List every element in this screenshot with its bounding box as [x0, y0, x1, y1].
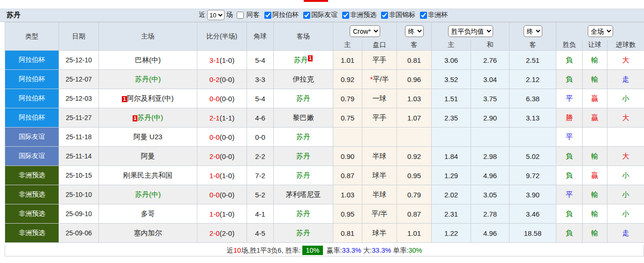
score-cell: 0-0(0-0) — [197, 185, 247, 204]
mean-time-cell: 终 — [509, 23, 556, 40]
home-team-name: 塞内加尔 — [134, 229, 162, 237]
wdl-result-cell: 負 — [556, 166, 583, 185]
home-team-cell: 刚果民主共和国 — [99, 166, 197, 185]
league-filter-checkbox[interactable] — [420, 12, 427, 19]
match-type-cell: 国际友谊 — [5, 128, 59, 147]
home-team-name: 巴林(中) — [135, 56, 161, 64]
away-team-name: 茅利塔尼亚 — [286, 190, 321, 198]
match-date-cell: 25-12-07 — [59, 70, 99, 89]
away-team-name: 伊拉克 — [293, 75, 314, 83]
mean-away-odds-cell: 3.46 — [509, 204, 556, 224]
match-type-cell: 阿拉伯杯 — [5, 70, 59, 89]
handicap-away-odds-cell: 1.03 — [397, 89, 432, 108]
table-row: 阿拉伯杯25-11-271苏丹(中)2-1(1-1)4-6黎巴嫩0.75平手1.… — [5, 108, 644, 128]
match-date-cell: 25-10-10 — [59, 185, 99, 204]
league-filter-checkbox[interactable] — [303, 12, 310, 19]
half-time-score: (1-0) — [220, 56, 235, 64]
handicap-away-odds-cell: 0.87 — [397, 204, 432, 224]
table-row: 非洲预选25-10-10苏丹(中)0-0(0-0)5-2茅利塔尼亚1.03半球0… — [5, 185, 644, 204]
full-time-score: 0-2 — [210, 75, 220, 83]
col-header-type: 类型 — [5, 23, 59, 51]
handicap-line-text: 一球 — [373, 94, 387, 102]
mean-home-odds-cell: 2.35 — [432, 108, 471, 128]
red-card-badge: 1 — [308, 55, 313, 61]
subcol-mean-away: 客 — [509, 40, 556, 51]
away-team-name: 黎巴嫩 — [293, 113, 314, 121]
mean-away-odds-cell: 2.51 — [509, 51, 556, 70]
win-rate-badge: 10% — [302, 246, 322, 255]
handicap-result-cell: 贏 — [583, 89, 607, 108]
mean-time-select[interactable]: 终 — [524, 25, 542, 37]
scope-select[interactable]: 全场 — [588, 25, 613, 37]
handicap-line-cell: 平手 — [362, 51, 397, 70]
match-date-cell: 25-12-10 — [59, 51, 99, 70]
full-time-score: 2-1 — [210, 114, 220, 122]
subcol-mean-draw: 和 — [471, 40, 509, 51]
score-cell: 0-0(0-0) — [197, 128, 247, 147]
subcol-odds-home: 主 — [333, 40, 362, 51]
table-row: 非洲预选25-09-06塞内加尔2-0(2-0)4-5苏丹0.81球半1.011… — [5, 224, 644, 243]
corner-cell: 3-3 — [247, 70, 274, 89]
league-filter-checkbox[interactable] — [264, 12, 271, 19]
subcol-goals-result: 进球数 — [607, 40, 644, 51]
mean-away-odds-cell: 3.90 — [509, 185, 556, 204]
league-filter-checkbox[interactable] — [381, 12, 388, 19]
mean-source-select[interactable]: 胜平负均值 — [448, 25, 493, 37]
page-title: 苏丹 — [0, 11, 21, 20]
away-team-cell: 苏丹 — [274, 204, 333, 224]
full-time-score: 2-0 — [210, 152, 220, 160]
half-time-score: (0-0) — [220, 133, 235, 141]
goals-result-cell — [607, 128, 644, 147]
matches-table: 类型 日期 主场 比分(半场) 角球 客场 Crow* 终 胜平负均值 终 — [5, 22, 644, 243]
handicap-result-cell: 贏 — [583, 108, 607, 128]
home-team-name: 苏丹(中) — [137, 113, 163, 121]
full-time-score: 0-0 — [210, 133, 220, 141]
home-team-name: 阿尔及利亚(中) — [127, 94, 174, 102]
mean-home-odds-cell: 1.22 — [432, 224, 471, 243]
away-team-cell: 苏丹1 — [274, 51, 333, 70]
home-team-name: 多哥 — [141, 210, 155, 218]
match-date-cell: 25-10-15 — [59, 166, 99, 185]
full-time-score: 2-0 — [210, 229, 220, 237]
handicap-home-odds-cell: 0.75 — [333, 108, 362, 128]
score-cell: 2-0(0-0) — [197, 147, 247, 166]
filter-controls: 近 10 场 同客 阿拉伯杯国际友谊非洲预选非国锦标非洲杯 — [199, 8, 449, 22]
league-filter-label: 非洲杯 — [428, 11, 448, 19]
col-header-home: 主场 — [99, 23, 197, 51]
summary-record: 场,胜1平3负6, 胜率: — [241, 246, 300, 255]
league-filter-label: 阿拉伯杯 — [272, 11, 299, 19]
full-time-score: 1-0 — [210, 172, 220, 180]
match-type-cell: 国际友谊 — [5, 147, 59, 166]
handicap-line-text: 平/半 — [371, 210, 387, 218]
away-team-cell: 黎巴嫩 — [274, 108, 333, 128]
table-row: 国际友谊25-11-14阿曼2-0(0-0)2-2苏丹0.90半球0.921.8… — [5, 147, 644, 166]
league-filter-checkbox[interactable] — [342, 12, 349, 19]
handicap-result-cell — [583, 128, 607, 147]
score-cell: 1-0(1-0) — [197, 166, 247, 185]
handicap-away-odds-cell: 0.96 — [397, 70, 432, 89]
away-team-cell: 茅利塔尼亚 — [274, 185, 333, 204]
home-team-cell: 苏丹(中) — [99, 185, 197, 204]
odds-time-select[interactable]: 终 — [405, 25, 424, 37]
subcol-handicap-result: 让球 — [583, 40, 607, 51]
handicap-line-text: 平手 — [373, 56, 387, 64]
home-team-name: 苏丹(中) — [135, 190, 161, 198]
mean-away-odds-cell: 6.38 — [509, 89, 556, 108]
same-away-checkbox[interactable] — [237, 12, 244, 19]
table-row: 阿拉伯杯25-12-10巴林(中)3-1(1-0)5-4苏丹11.01平手0.8… — [5, 51, 644, 70]
match-type-cell: 非洲预选 — [5, 185, 59, 204]
recent-count-select[interactable]: 10 — [207, 10, 225, 20]
handicap-home-odds-cell: 0.95 — [333, 204, 362, 224]
table-header: 类型 日期 主场 比分(半场) 角球 客场 Crow* 终 胜平负均值 终 — [5, 23, 644, 51]
odds-source-select[interactable]: Crow* — [350, 25, 380, 37]
handicap-line-text: 球半 — [373, 229, 387, 237]
wdl-result-cell: 負 — [556, 224, 583, 243]
mean-away-odds-cell — [509, 128, 556, 147]
home-team-cell: 1阿尔及利亚(中) — [99, 89, 197, 108]
handicap-home-odds-cell: 0.92 — [333, 70, 362, 89]
odds-time-cell: 终 — [397, 23, 432, 40]
subcol-mean-home: 主 — [432, 40, 471, 51]
big-pct-value: 33.3% — [372, 247, 391, 254]
handicap-away-odds-cell: 0.95 — [397, 166, 432, 185]
win-pct-label: 赢率: — [325, 246, 342, 255]
